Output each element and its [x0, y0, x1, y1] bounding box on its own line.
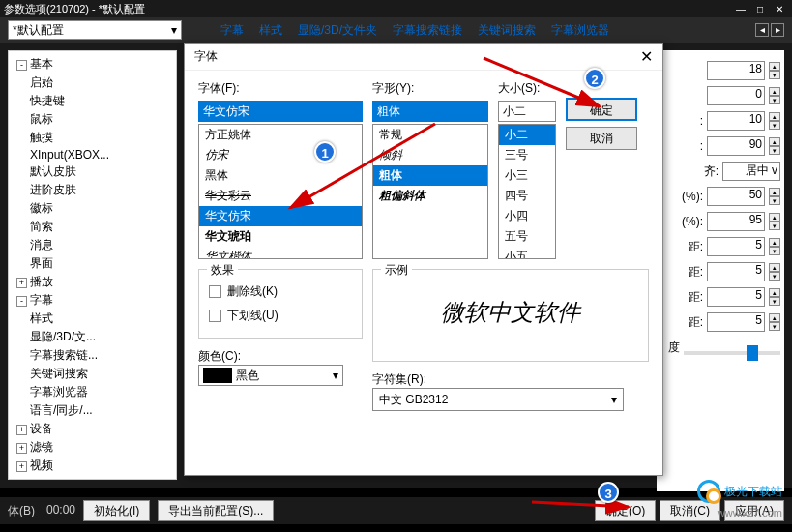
tree-node[interactable]: 快捷键 — [13, 92, 172, 110]
font-listbox[interactable]: 方正姚体仿宋黑体华文彩云华文仿宋华文琥珀华文楷体 — [198, 124, 363, 259]
size-listbox[interactable]: 小二三号小三四号小四五号小五 — [498, 124, 556, 259]
property-input[interactable]: 0 — [707, 86, 765, 105]
spin-down-icon[interactable]: ▾ — [769, 121, 780, 130]
list-item[interactable]: 小三 — [499, 165, 555, 186]
spin-down-icon[interactable]: ▾ — [769, 222, 780, 230]
property-input[interactable]: 5 — [707, 312, 765, 332]
tab-字幕[interactable]: 字幕 — [215, 20, 249, 41]
tree-node[interactable]: 字幕搜索链... — [13, 346, 172, 365]
list-item[interactable]: 常规 — [373, 125, 487, 145]
spin-up-icon[interactable]: ▴ — [769, 263, 780, 272]
tree-node[interactable]: +设备 — [13, 420, 172, 438]
tab-显隐/3D/文件夹[interactable]: 显隐/3D/文件夹 — [292, 20, 383, 41]
list-item[interactable]: 四号 — [499, 186, 555, 206]
color-select[interactable]: 黑色 ▾ — [198, 365, 343, 386]
spin-down-icon[interactable]: ▾ — [769, 146, 780, 155]
tree-node[interactable]: 徽标 — [13, 199, 172, 218]
list-item[interactable]: 倾斜 — [373, 145, 487, 165]
spin-up-icon[interactable]: ▴ — [769, 87, 780, 96]
tree-node[interactable]: 消息 — [13, 236, 172, 254]
tree-node[interactable]: 进阶皮肤 — [13, 181, 172, 199]
tree-node[interactable]: 触摸 — [13, 129, 172, 147]
tree-node[interactable]: 语言/同步/... — [13, 401, 172, 420]
spin-down-icon[interactable]: ▾ — [769, 71, 780, 79]
style-listbox[interactable]: 常规倾斜粗体粗偏斜体 — [372, 124, 488, 259]
charset-select[interactable]: 中文 GB2312 ▾ — [372, 388, 624, 411]
list-item[interactable]: 粗体 — [373, 165, 487, 186]
underline-checkbox[interactable]: 下划线(U) — [209, 304, 352, 328]
property-input[interactable]: 10 — [707, 111, 765, 131]
spin-down-icon[interactable]: ▾ — [769, 247, 780, 255]
tab-scroll-right[interactable]: ▸ — [771, 23, 784, 37]
spin-down-icon[interactable]: ▾ — [769, 272, 780, 281]
font-input[interactable]: 华文仿宋 — [198, 101, 363, 122]
list-item[interactable]: 方正姚体 — [199, 125, 362, 145]
tab-scroll-left[interactable]: ◂ — [755, 23, 769, 37]
spin-up-icon[interactable]: ▴ — [769, 238, 780, 247]
slider[interactable] — [684, 351, 780, 355]
tab-关键词搜索[interactable]: 关键词搜索 — [472, 20, 542, 41]
spin-up-icon[interactable]: ▴ — [769, 213, 780, 222]
spin-up-icon[interactable]: ▴ — [769, 137, 780, 146]
property-input[interactable]: 居中 v — [722, 162, 780, 181]
property-input[interactable]: 50 — [707, 187, 765, 206]
tree-node[interactable]: 关键词搜索 — [13, 365, 172, 383]
dialog-close-icon[interactable]: ✕ — [640, 47, 653, 66]
init-button[interactable]: 初始化(I) — [83, 500, 150, 521]
list-item[interactable]: 华文仿宋 — [199, 206, 362, 226]
list-item[interactable]: 仿宋 — [199, 145, 362, 165]
spin-down-icon[interactable]: ▾ — [769, 297, 780, 306]
tree-node[interactable]: +视频 — [13, 457, 172, 475]
spin-up-icon[interactable]: ▴ — [769, 62, 780, 71]
spin-up-icon[interactable]: ▴ — [769, 188, 780, 196]
tree-node[interactable]: 鼠标 — [13, 110, 172, 129]
tree-node[interactable]: 样式 — [13, 310, 172, 328]
style-input[interactable]: 粗体 — [372, 101, 488, 122]
tree-node[interactable]: 简索 — [13, 218, 172, 236]
minimize-icon[interactable]: — — [732, 4, 749, 15]
list-item[interactable]: 五号 — [499, 226, 555, 247]
property-input[interactable]: 95 — [707, 212, 765, 231]
tree-node[interactable]: +播放 — [13, 273, 172, 291]
list-item[interactable]: 黑体 — [199, 165, 362, 186]
tree-node[interactable]: XInput(XBOX... — [13, 147, 172, 163]
ok-button[interactable]: 确定(O) — [595, 500, 656, 521]
tab-样式[interactable]: 样式 — [253, 20, 288, 41]
property-input[interactable]: 5 — [707, 262, 765, 281]
list-item[interactable]: 小二 — [499, 125, 555, 145]
spin-up-icon[interactable]: ▴ — [769, 288, 780, 297]
list-item[interactable]: 小四 — [499, 206, 555, 226]
property-input[interactable]: 5 — [707, 287, 765, 307]
list-item[interactable]: 华文琥珀 — [199, 226, 362, 247]
maximize-icon[interactable]: □ — [751, 4, 769, 15]
list-item[interactable]: 华文彩云 — [199, 186, 362, 206]
property-input[interactable]: 5 — [707, 237, 765, 256]
spin-down-icon[interactable]: ▾ — [769, 322, 780, 331]
spin-down-icon[interactable]: ▾ — [769, 196, 780, 205]
property-input[interactable]: 18 — [707, 61, 765, 80]
config-select[interactable]: *默认配置 ▾ — [8, 20, 182, 40]
tree-node[interactable]: +滤镜 — [13, 438, 172, 457]
spin-up-icon[interactable]: ▴ — [769, 313, 780, 322]
list-item[interactable]: 三号 — [499, 145, 555, 165]
property-input[interactable]: 90 — [707, 136, 765, 156]
close-icon[interactable]: ✕ — [771, 4, 788, 15]
dialog-ok-button[interactable]: 确定 — [566, 98, 637, 121]
category-tree[interactable]: -基本启始快捷键鼠标触摸XInput(XBOX...默认皮肤进阶皮肤徽标简索消息… — [8, 50, 177, 480]
tree-node[interactable]: 默认皮肤 — [13, 163, 172, 181]
list-item[interactable]: 粗偏斜体 — [373, 186, 487, 206]
strikethrough-checkbox[interactable]: 删除线(K) — [209, 280, 352, 304]
tree-node[interactable]: 字幕浏览器 — [13, 383, 172, 401]
dialog-cancel-button[interactable]: 取消 — [566, 127, 637, 150]
spin-down-icon[interactable]: ▾ — [769, 96, 780, 104]
tree-node[interactable]: 界面 — [13, 254, 172, 273]
export-config-button[interactable]: 导出当前配置(S)... — [158, 500, 274, 521]
tab-字幕搜索链接[interactable]: 字幕搜索链接 — [387, 20, 468, 41]
tab-字幕浏览器[interactable]: 字幕浏览器 — [545, 20, 615, 41]
spin-up-icon[interactable]: ▴ — [769, 112, 780, 121]
tree-node[interactable]: -字幕 — [13, 291, 172, 310]
list-item[interactable]: 小五 — [499, 247, 555, 259]
list-item[interactable]: 华文楷体 — [199, 247, 362, 259]
tree-node[interactable]: -基本 — [13, 55, 172, 74]
size-input[interactable]: 小二 — [498, 101, 556, 122]
